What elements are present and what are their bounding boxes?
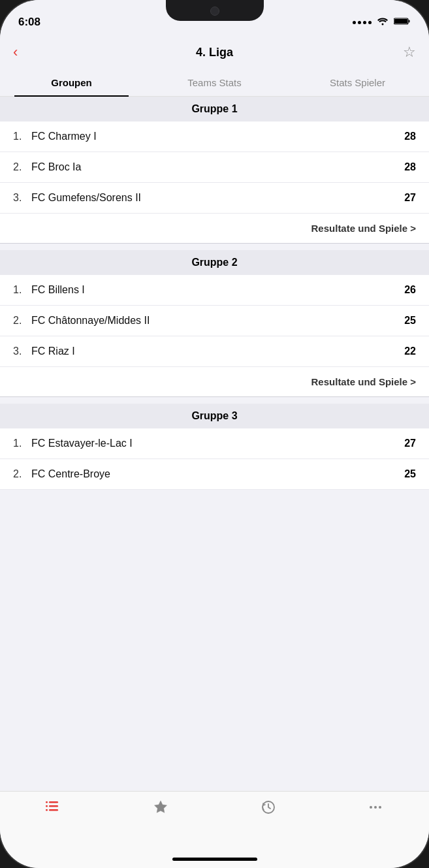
- favorite-button[interactable]: ☆: [395, 44, 416, 61]
- content-area: Gruppe 1 1. FC Charmey I 28 2. FC Broc I…: [0, 97, 429, 791]
- svg-rect-9: [46, 809, 48, 811]
- team-name: FC Châtonnaye/Middes II: [31, 315, 404, 327]
- bottom-tab-bar: [0, 791, 429, 850]
- svg-rect-4: [49, 801, 58, 803]
- table-row: 1. FC Estavayer-le-Lac I 27: [0, 428, 429, 459]
- tabs-container: Groupen Teams Stats Stats Spieler: [0, 69, 429, 97]
- svg-rect-7: [46, 801, 48, 803]
- team-rank: 1.: [13, 438, 31, 449]
- team-rank: 1.: [13, 284, 31, 296]
- bottom-tab-history[interactable]: [215, 799, 322, 819]
- team-rank: 1.: [13, 131, 31, 142]
- team-name: FC Broc Ia: [31, 161, 404, 173]
- bottom-tab-favorites[interactable]: [107, 799, 214, 819]
- table-row: 1. FC Charmey I 28: [0, 121, 429, 152]
- svg-point-0: [382, 24, 384, 25]
- camera: [210, 7, 219, 16]
- svg-rect-8: [46, 805, 48, 807]
- nav-header: ‹ 4. Liga ☆: [0, 35, 429, 69]
- gruppe-2-header: Gruppe 2: [0, 250, 429, 275]
- team-name: FC Riaz I: [31, 346, 404, 357]
- results-link-1[interactable]: Resultate und Spiele >: [0, 214, 429, 244]
- results-link-text: Resultate und Spiele >: [311, 223, 416, 234]
- results-link-2[interactable]: Resultate und Spiele >: [0, 367, 429, 397]
- team-rank: 2.: [13, 315, 31, 327]
- list-icon: [45, 799, 62, 818]
- table-row: 3. FC Gumefens/Sorens II 27: [0, 183, 429, 214]
- team-name: FC Centre-Broye: [31, 468, 404, 480]
- tab-stats-spieler[interactable]: Stats Spieler: [286, 69, 429, 96]
- tab-groupen[interactable]: Groupen: [0, 69, 143, 96]
- table-row: 3. FC Riaz I 22: [0, 336, 429, 367]
- history-icon: [261, 799, 276, 819]
- gruppe-3-header: Gruppe 3: [0, 404, 429, 428]
- table-row: 2. FC Centre-Broye 25: [0, 459, 429, 490]
- svg-rect-2: [394, 19, 407, 24]
- team-rank: 3.: [13, 192, 31, 204]
- page-title: 4. Liga: [196, 46, 233, 59]
- svg-point-13: [379, 806, 381, 809]
- svg-rect-3: [409, 20, 410, 23]
- home-indicator: [0, 850, 429, 868]
- more-icon: [368, 799, 383, 819]
- group-separator: [0, 397, 429, 404]
- svg-rect-5: [49, 805, 58, 807]
- wifi-icon: [377, 16, 389, 28]
- team-score: 22: [404, 346, 416, 357]
- gruppe-1-header: Gruppe 1: [0, 97, 429, 121]
- team-score: 28: [404, 131, 416, 142]
- home-indicator-bar: [172, 858, 257, 861]
- battery-icon: [394, 16, 411, 28]
- tab-teams-stats[interactable]: Teams Stats: [143, 69, 286, 96]
- team-score: 27: [404, 192, 416, 204]
- team-score: 25: [404, 468, 416, 480]
- svg-point-12: [374, 806, 377, 809]
- team-name: FC Estavayer-le-Lac I: [31, 438, 404, 449]
- team-rank: 2.: [13, 161, 31, 173]
- team-name: FC Charmey I: [31, 131, 404, 142]
- signal-icon: [353, 21, 372, 24]
- phone-screen: 6:08: [0, 0, 429, 868]
- svg-rect-6: [49, 809, 58, 811]
- bottom-tab-list[interactable]: [0, 799, 107, 818]
- back-button[interactable]: ‹: [13, 44, 34, 61]
- team-score: 27: [404, 438, 416, 449]
- table-row: 2. FC Châtonnaye/Middes II 25: [0, 306, 429, 336]
- group-section-2: Gruppe 2 1. FC Billens I 26 2. FC Châton…: [0, 250, 429, 397]
- table-row: 1. FC Billens I 26: [0, 275, 429, 306]
- group-separator: [0, 244, 429, 250]
- status-time: 6:08: [18, 16, 40, 29]
- status-icons: [353, 16, 411, 28]
- group-section-3: Gruppe 3 1. FC Estavayer-le-Lac I 27 2. …: [0, 404, 429, 490]
- results-link-text: Resultate und Spiele >: [311, 376, 416, 387]
- team-score: 25: [404, 315, 416, 327]
- star-icon: [153, 799, 168, 819]
- table-row: 2. FC Broc Ia 28: [0, 152, 429, 183]
- bottom-tab-more[interactable]: [322, 799, 429, 819]
- team-name: FC Billens I: [31, 284, 404, 296]
- phone-frame: 6:08: [0, 0, 429, 868]
- group-section-1: Gruppe 1 1. FC Charmey I 28 2. FC Broc I…: [0, 97, 429, 244]
- team-score: 28: [404, 161, 416, 173]
- svg-point-11: [370, 806, 372, 809]
- team-rank: 3.: [13, 346, 31, 357]
- notch: [166, 0, 264, 21]
- team-name: FC Gumefens/Sorens II: [31, 192, 404, 204]
- team-score: 26: [404, 284, 416, 296]
- team-rank: 2.: [13, 468, 31, 480]
